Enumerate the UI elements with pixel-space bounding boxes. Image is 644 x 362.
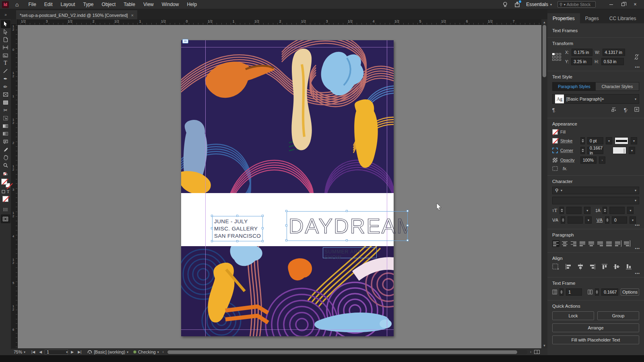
rectangle-frame-tool[interactable] <box>1 91 10 99</box>
width-field[interactable]: 4.1317 in <box>603 49 625 56</box>
stroke-weight-stepper[interactable] <box>580 137 585 144</box>
ruler-origin-corner[interactable] <box>11 19 18 25</box>
stroke-style-dropdown[interactable]: ▾ <box>631 137 637 144</box>
document-page[interactable]: ∞ JUNE - JULY MISC. GALLERY SAN FRANCISC… <box>181 40 394 336</box>
zoom-tool[interactable] <box>1 161 10 169</box>
corner-radius-stepper[interactable] <box>580 147 585 154</box>
align-away-spine-button[interactable] <box>623 240 630 247</box>
align-center-button[interactable] <box>561 240 568 247</box>
align-left-button[interactable] <box>552 240 559 247</box>
text-frame-options-button[interactable]: Options <box>621 288 639 296</box>
constrain-proportions-icon[interactable] <box>634 54 639 60</box>
handle[interactable] <box>285 224 287 226</box>
leading-stepper[interactable] <box>603 207 607 214</box>
menu-object[interactable]: Object <box>98 0 120 9</box>
hscroll-right-icon[interactable]: › <box>529 350 533 354</box>
handle[interactable] <box>407 224 409 226</box>
next-page-button[interactable]: ▶ <box>70 350 75 354</box>
spread-view-icon[interactable] <box>534 350 540 354</box>
corner-label[interactable]: Corner <box>560 148 578 153</box>
inset-field[interactable]: 0.1667 <box>601 288 618 296</box>
frame-options-icon[interactable] <box>552 166 558 171</box>
pasteboard[interactable]: ∞ JUNE - JULY MISC. GALLERY SAN FRANCISC… <box>18 25 541 348</box>
align-top-edges-button[interactable] <box>601 263 608 271</box>
align-right-edges-button[interactable] <box>589 263 596 271</box>
indesign-logo-icon[interactable]: Id <box>2 1 9 8</box>
fill-placeholder-button[interactable]: Fill with Placeholder Text <box>552 335 639 344</box>
menu-edit[interactable]: Edit <box>40 0 57 9</box>
redefine-style-icon[interactable] <box>611 107 617 113</box>
document-tab[interactable]: *set-up-a-postcard_END_V2.indd @ 150% [C… <box>16 10 137 19</box>
default-fill-stroke-icon[interactable] <box>1 172 10 177</box>
menu-layout[interactable]: Layout <box>57 0 79 9</box>
justify-left-button[interactable] <box>579 240 586 247</box>
learn-bulb-icon[interactable] <box>502 1 508 8</box>
first-page-button[interactable]: |◀ <box>30 350 36 354</box>
opacity-expand-button[interactable]: › <box>599 156 605 164</box>
canvas-vertical-scrollbar[interactable]: ▴ ▾ <box>541 19 547 348</box>
handle[interactable] <box>211 227 213 229</box>
align-bottom-edges-button[interactable] <box>625 263 632 271</box>
menu-view[interactable]: View <box>139 0 158 9</box>
kerning-field[interactable] <box>568 216 583 224</box>
new-style-icon[interactable] <box>634 107 639 113</box>
font-size-stepper[interactable] <box>559 207 564 214</box>
eyedropper-tool[interactable] <box>1 146 10 154</box>
line-tool[interactable] <box>1 67 10 75</box>
selection-tool[interactable] <box>1 20 10 28</box>
font-size-field[interactable] <box>566 207 582 214</box>
menu-file[interactable]: File <box>24 0 40 9</box>
menu-help[interactable]: Help <box>183 0 201 9</box>
handle[interactable] <box>211 215 213 217</box>
columns-stepper[interactable] <box>559 288 564 296</box>
content-collector-tool[interactable] <box>1 51 10 60</box>
character-styles-tab[interactable]: Character Styles <box>596 82 639 90</box>
formatting-affects-toggle[interactable]: T <box>1 189 10 195</box>
effects-button[interactable]: fx. <box>563 166 568 171</box>
justify-all-button[interactable] <box>605 240 613 247</box>
pencil-tool[interactable]: ✏ <box>1 83 10 91</box>
home-icon[interactable]: ⌂ <box>15 1 19 8</box>
menu-table[interactable]: Table <box>120 0 139 9</box>
paragraph-style-dropdown[interactable]: Ag [Basic Paragraph]+ ▾ <box>552 94 639 104</box>
fill-stroke-proxy[interactable] <box>1 179 10 187</box>
handle[interactable] <box>407 239 409 241</box>
zoom-level-control[interactable]: 75%▾ <box>11 350 28 354</box>
tab-overflow-icon[interactable]: » <box>0 10 11 19</box>
note-tool[interactable] <box>1 138 10 146</box>
gap-tool[interactable] <box>1 44 10 52</box>
opacity-label[interactable]: Opacity <box>560 158 578 162</box>
direct-selection-tool[interactable] <box>1 28 10 36</box>
corner-radius-field[interactable]: 0.1667 in <box>587 147 603 154</box>
group-button[interactable]: Group <box>597 311 639 320</box>
vertical-ruler[interactable]: 1 201 211 221 231 241 251 26 <box>11 25 18 348</box>
handle[interactable] <box>236 240 238 242</box>
handle[interactable] <box>346 239 348 241</box>
justify-center-button[interactable] <box>588 240 595 247</box>
fill-swatch-none[interactable] <box>1 179 7 185</box>
free-transform-tool[interactable] <box>1 114 10 122</box>
stroke-weight-dropdown[interactable]: ▾ <box>606 137 612 144</box>
hscroll-left-icon[interactable]: ‹ <box>161 350 165 354</box>
last-page-button[interactable]: ▶| <box>76 350 83 354</box>
style-override-icon[interactable]: ¶⁄ <box>624 107 627 113</box>
tab-pages[interactable]: Pages <box>580 13 604 23</box>
window-restore-button[interactable] <box>617 0 629 8</box>
align-more-options[interactable]: ••• <box>635 272 640 276</box>
handle[interactable] <box>262 227 264 229</box>
window-minimize-button[interactable] <box>605 0 617 8</box>
stock-search-input[interactable]: ⚲▾ Adobe Stock <box>557 1 596 8</box>
handle[interactable] <box>262 240 264 242</box>
view-options-icon[interactable] <box>1 206 10 214</box>
page-tool[interactable] <box>1 36 10 44</box>
prev-page-button[interactable]: ◀ <box>38 350 43 354</box>
leading-field[interactable] <box>609 207 625 214</box>
stroke-color-swatch[interactable] <box>552 138 558 144</box>
scroll-up-icon[interactable]: ▴ <box>541 20 547 24</box>
handle[interactable] <box>285 210 287 212</box>
hscroll-thumb[interactable] <box>167 350 517 354</box>
height-field[interactable]: 0.53 in <box>601 58 624 65</box>
align-hcenter-button[interactable] <box>577 263 584 271</box>
gradient-swatch-tool[interactable] <box>1 122 10 130</box>
stroke-style-preview[interactable] <box>615 137 628 144</box>
